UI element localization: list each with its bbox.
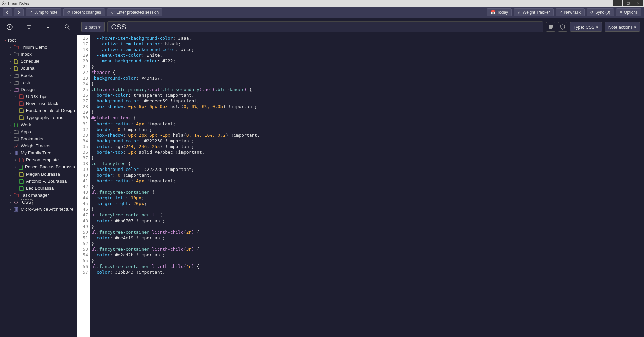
tree-item[interactable]: Antonio P. Bourassa	[0, 178, 77, 185]
expand-icon[interactable]: ›	[8, 207, 13, 212]
unprotect-note-button[interactable]	[558, 22, 567, 32]
window-maximize-button[interactable]: ❐	[623, 0, 633, 6]
expand-icon[interactable]: ›	[13, 172, 18, 177]
code-line[interactable]: --active-item-text-color: black;	[91, 41, 643, 47]
expand-icon[interactable]: ⌄	[8, 151, 13, 155]
search-button[interactable]	[62, 22, 72, 32]
code-line[interactable]: color: #2bb343 !important;	[91, 269, 643, 275]
nav-back-button[interactable]	[3, 8, 12, 16]
code-line[interactable]: border-radius: 4px !important;	[91, 121, 643, 127]
weight-tracker-button[interactable]: ☆ Weight Tracker	[514, 8, 553, 16]
code-line[interactable]: #header {	[91, 69, 643, 75]
expand-icon[interactable]	[13, 115, 18, 120]
code-line[interactable]: }	[91, 258, 643, 263]
tree-item[interactable]: ›Tech	[0, 79, 77, 86]
tree-item[interactable]: Fundamentals of Design	[0, 107, 77, 114]
code-line[interactable]: ul.fancytree-container li:nth-child(4n) …	[91, 263, 643, 269]
code-line[interactable]: border-top: 3px solid #e7bbec !important…	[91, 149, 643, 155]
tree-item[interactable]: ⌄Design	[0, 86, 77, 93]
code-line[interactable]: background-color: #eeeeee59 !important;	[91, 98, 643, 104]
tree-item[interactable]: ›Micro-Service Architecture	[0, 206, 77, 213]
code-line[interactable]: --hover-item-background-color: #aaa;	[91, 35, 643, 41]
tree-item[interactable]: ›UI/UX Tips	[0, 93, 77, 100]
code-line[interactable]: ul.fancytree-container li:nth-child(2n) …	[91, 229, 643, 235]
tree-root[interactable]: »root	[0, 37, 77, 44]
expand-icon[interactable]: ›	[8, 66, 13, 71]
expand-icon[interactable]: ›	[13, 165, 17, 170]
expand-icon[interactable]	[8, 144, 13, 148]
jump-to-note-button[interactable]: ↗ Jump to note	[26, 8, 61, 16]
editor-code[interactable]: --hover-item-background-color: #aaa; --a…	[90, 35, 644, 337]
expand-icon[interactable]: ›	[8, 59, 13, 64]
tree-item[interactable]: Never use black	[0, 100, 77, 107]
code-line[interactable]: border: 0 !important;	[91, 172, 643, 178]
collapse-tree-button[interactable]	[24, 22, 34, 32]
code-line[interactable]: }	[91, 224, 643, 229]
code-line[interactable]: color: rgb(244, 246, 255) !important;	[91, 144, 643, 149]
tree-item[interactable]: ›Pascal Baccus Bourassa	[0, 163, 77, 171]
tree-item[interactable]: ›Apps	[0, 128, 77, 135]
code-line[interactable]: box-shadow: 0px 6px 6px 0px hsla(0, 0%, …	[91, 104, 643, 109]
create-note-button[interactable]	[5, 22, 15, 32]
code-editor[interactable]: 1617181920212223242526272829303132333435…	[77, 35, 644, 337]
expand-icon[interactable]: ›	[8, 193, 13, 198]
code-line[interactable]: ul.fancytree-container li {	[91, 212, 643, 218]
note-tree[interactable]: »root›Trilium Demo›Inbox›Schedule›Journa…	[0, 35, 77, 337]
expand-icon[interactable]	[13, 108, 18, 113]
code-line[interactable]: }	[91, 155, 643, 161]
code-line[interactable]: margin-right: 20px;	[91, 201, 643, 206]
code-line[interactable]: background-color: #222230 !important;	[91, 138, 643, 144]
tree-item[interactable]: ›Books	[0, 72, 77, 79]
code-line[interactable]: }	[91, 184, 643, 189]
expand-icon[interactable]: ›	[8, 123, 13, 127]
code-line[interactable]: --active-item-background-color: #ccc;	[91, 47, 643, 52]
code-line[interactable]: color: #bb0707 !important;	[91, 218, 643, 224]
expand-icon[interactable]: »	[3, 38, 7, 43]
code-line[interactable]: ul.fancytree-container {	[91, 189, 643, 195]
code-line[interactable]: #global-buttons {	[91, 115, 643, 121]
code-line[interactable]: --menu-background-color: #222;	[91, 58, 643, 64]
tree-item[interactable]: ›Person template	[0, 156, 77, 163]
code-line[interactable]: color: #ce4c19 !important;	[91, 235, 643, 241]
code-line[interactable]: border-color: transparent !important;	[91, 92, 643, 98]
expand-icon[interactable]	[13, 101, 18, 106]
tree-item[interactable]: ›Inbox	[0, 51, 77, 58]
expand-icon[interactable]: ⌄	[8, 87, 13, 92]
tree-item[interactable]: Leo Bourassa	[0, 185, 77, 192]
tree-item[interactable]: ›Schedule	[0, 58, 77, 65]
recent-changes-button[interactable]: ↻ Recent changes	[63, 8, 105, 16]
code-line[interactable]: }	[91, 81, 643, 87]
tree-item[interactable]: ›Trilium Demo	[0, 44, 77, 51]
scroll-to-active-button[interactable]	[43, 22, 53, 32]
protected-session-button[interactable]: 🛡 Enter protected session	[107, 8, 162, 16]
code-line[interactable]: .ui-fancytree {	[91, 161, 643, 166]
sync-button[interactable]: ⟳ Sync (0)	[587, 8, 614, 16]
protect-note-button[interactable]	[546, 22, 555, 32]
expand-icon[interactable]: ›	[8, 52, 13, 57]
tree-item[interactable]: Bookmarks	[0, 135, 77, 142]
tree-item[interactable]: ›Journal	[0, 65, 77, 72]
tree-item[interactable]: ›Megan Bourassa	[0, 171, 77, 178]
expand-icon[interactable]	[8, 137, 13, 141]
tree-item[interactable]: ›CSS	[0, 199, 77, 206]
code-line[interactable]: }	[91, 109, 643, 115]
code-line[interactable]: border: 0 !important;	[91, 127, 643, 132]
code-line[interactable]: margin-left: 10px;	[91, 195, 643, 201]
expand-icon[interactable]: ›	[8, 130, 13, 134]
note-title-input[interactable]	[107, 21, 543, 32]
expand-icon[interactable]: ›	[8, 200, 13, 205]
tree-item[interactable]: Typography Terms	[0, 114, 77, 121]
today-button[interactable]: 📅 Today	[487, 8, 512, 16]
code-line[interactable]: }	[91, 64, 643, 69]
code-line[interactable]: background-color: #222230 !important;	[91, 166, 643, 172]
code-line[interactable]: --menu-text-color: white;	[91, 52, 643, 58]
code-line[interactable]: }	[91, 206, 643, 212]
new-task-button[interactable]: ✓ New task	[556, 8, 585, 16]
code-line[interactable]: background-color: #434167;	[91, 75, 643, 81]
tree-item[interactable]: ›Task manager	[0, 192, 77, 199]
code-line[interactable]: box-shadow: 0px 2px 5px -1px hsla(0, 1%,…	[91, 132, 643, 138]
expand-icon[interactable]: ›	[13, 158, 18, 162]
expand-icon[interactable]: ›	[8, 80, 13, 85]
nav-forward-button[interactable]	[14, 8, 24, 16]
tree-item[interactable]: ›Work	[0, 121, 77, 128]
